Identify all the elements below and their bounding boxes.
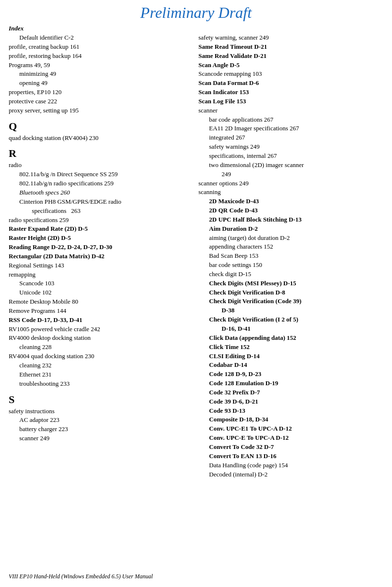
left-column: Default identifier C-2profile, creating … [9,33,194,479]
index-entry: 2D UPC Half Block Stitching D-13 [198,215,383,224]
page-title: Preliminary Draft [0,0,392,24]
index-entry: Raster Expand Rate (2D) D-5 [9,224,194,234]
index-entry: minimizing 49 [9,70,194,79]
index-entry: Scancode remapping 103 [198,70,383,79]
index-entry: scanner options 249 [198,179,383,188]
index-entry: Scan Log File 153 [198,97,383,106]
index-entry: Check Digit Verification (I 2 of 5) D-16… [198,315,383,334]
index-entry: Reading Range D-22, D-24, D-27, D-30 [9,243,194,252]
index-entry: Rectangular (2D Data Matrix) D-42 [9,252,194,261]
index-entry: Check Digit Verification D-8 [198,288,383,297]
section-heading-r: R [9,147,194,160]
index-entry: Composite D-18, D-34 [198,415,383,424]
index-entry: profile, creating backup 161 [9,42,194,52]
index-entry: Check Digit Verification (Code 39) D-38 [198,297,383,315]
index-entry: Unicode 102 [9,288,194,297]
index-entry: Remote Desktop Mobile 80 [9,297,194,307]
index-entry: Conv. UPC-E To UPC-A D-12 [198,433,383,443]
index-entry: AC adaptor 223 [9,416,194,425]
index-entry: Convert To EAN 13 D-16 [198,452,383,461]
index-entry: Codabar D-14 [198,361,383,370]
index-entry: proxy server, setting up 195 [9,106,194,115]
index-entry: EA11 2D Imager specifications 267 [198,124,383,133]
index-entry: properties, EP10 120 [9,88,194,97]
index-entry: CLSI Editing D-14 [198,352,383,361]
index-entry: Code 128 Emulation D-19 [198,379,383,388]
index-entry: bar code settings 150 [198,261,383,270]
index-entry: Code 128 D-9, D-23 [198,370,383,379]
index-entry: Decoded (internal) D-2 [198,470,383,479]
index-entry: Programs 49, 59 [9,61,194,70]
index-entry: Scan Angle D-5 [198,61,383,70]
index-entry: check digit D-15 [198,270,383,279]
index-entry: bar code applications 267 [198,115,383,125]
index-entry: 802.11ab/g/n radio specifications 259 [9,179,194,188]
index-entry: profile, restoring backup 164 [9,52,194,61]
index-entry: Remove Programs 144 [9,307,194,316]
index-entry: RSS Code D-17, D-33, D-41 [9,316,194,325]
index-entry: Scancode 103 [9,279,194,288]
index-entry: radio specifications 259 [9,216,194,225]
index-entry: quad docking station (RV4004) 230 [9,134,194,143]
index-entry: cleaning 228 [9,343,194,352]
index-entry: specifications, internal 267 [198,152,383,161]
index-entry: opening 49 [9,79,194,88]
index-entry: appending characters 152 [198,242,383,252]
index-entry: 2D Maxicode D-43 [198,197,383,206]
right-column: safety warning, scanner 249Same Read Tim… [198,33,383,479]
index-entry: troubleshooting 233 [9,379,194,389]
index-entry: remapping [9,270,194,280]
index-entry: Raster Height (2D) D-5 [9,234,194,243]
index-entry: Scan Data Format D-6 [198,79,383,88]
index-entry: Same Read Timeout D-21 [198,42,383,52]
index-entry: safety warnings 249 [198,142,383,152]
index-entry: Code 39 D-6, D-21 [198,397,383,406]
index-entry: Cinterion PH8 GSM/GPRS/EDGE radio specif… [9,197,194,216]
index-entry: Click Time 152 [198,343,383,352]
index-entry: Bluetooth specs 260 [9,188,194,197]
section-heading-s: S [9,393,194,406]
index-entry: integrated 267 [198,133,383,142]
index-entry: Scan Indicator 153 [198,88,383,97]
index-entry: Default identifier C-2 [9,33,194,42]
index-entry: scanning [198,188,383,197]
index-entry: protective case 222 [9,97,194,106]
index-entry: Same Read Validate D-21 [198,52,383,61]
index-label: Index [0,24,392,33]
index-entry: Data Handling (code page) 154 [198,461,383,470]
index-entry: Conv. UPC-E1 To UPC-A D-12 [198,424,383,433]
index-entry: 802.11a/b/g /n Direct Sequence SS 259 [9,170,194,179]
section-heading-q: Q [9,120,194,133]
index-entry: Aim Duration D-2 [198,224,383,234]
index-entry: Regional Settings 143 [9,261,194,270]
index-entry: Bad Scan Beep 153 [198,252,383,261]
index-entry: two dimensional (2D) imager scanner 249 [198,161,383,179]
index-entry: safety warning, scanner 249 [198,33,383,42]
footer: VIII EP10 Hand-Held (Windows Embedded 6.… [0,573,392,580]
index-entry: 2D QR Code D-43 [198,206,383,215]
index-entry: Code 32 Prefix D-7 [198,388,383,397]
index-entry: scanner 249 [9,434,194,443]
index-entry: aiming (target) dot duration D-2 [198,234,383,243]
index-entry: battery charger 223 [9,425,194,434]
index-entry: Click Data (appending data) 152 [198,334,383,343]
index-entry: radio [9,161,194,170]
index-entry: Code 93 D-13 [198,406,383,416]
index-entry: cleaning 232 [9,361,194,370]
index-entry: RV4000 desktop docking station [9,334,194,343]
index-entry: Check Digits (MSI Plessey) D-15 [198,279,383,288]
index-entry: safety instructions [9,407,194,416]
index-entry: Ethernet 231 [9,370,194,379]
index-entry: RV4004 quad docking station 230 [9,352,194,361]
index-entry: Convert To Code 32 D-7 [198,443,383,452]
index-entry: scanner [198,106,383,115]
footer-left: VIII EP10 Hand-Held (Windows Embedded 6.… [9,573,153,580]
index-entry: RV1005 powered vehicle cradle 242 [9,325,194,334]
